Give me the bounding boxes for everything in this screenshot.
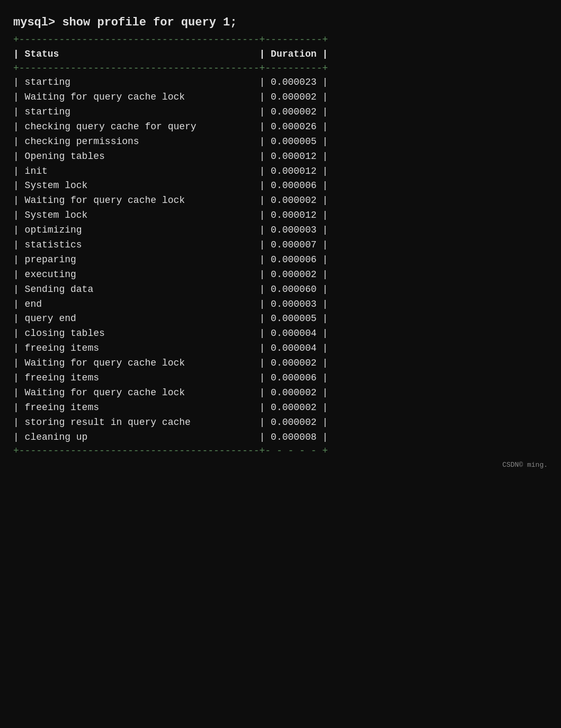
table-row: | Waiting for query cache lock | 0.00000… — [13, 90, 548, 105]
table-row: | preparing | 0.000006 | — [13, 253, 548, 268]
divider-bottom: +---------------------------------------… — [13, 445, 548, 458]
divider-mid: +---------------------------------------… — [13, 62, 548, 75]
table-row: | query end | 0.000005 | — [13, 312, 548, 326]
divider-top: +---------------------------------------… — [13, 33, 548, 47]
table-row: | Waiting for query cache lock | 0.00000… — [13, 386, 548, 401]
table-row: | checking permissions | 0.000005 | — [13, 135, 548, 149]
table-row: | executing | 0.000002 | — [13, 268, 548, 282]
table-row: | Opening tables | 0.000012 | — [13, 149, 548, 164]
table-row: | cleaning up | 0.000008 | — [13, 430, 548, 445]
table-row: | optimizing | 0.000003 | — [13, 223, 548, 238]
table-row: | closing tables | 0.000004 | — [13, 326, 548, 341]
mysql-prompt: mysql> show profile for query 1; — [13, 16, 548, 29]
table-row: | System lock | 0.000006 | — [13, 179, 548, 193]
table-row: | Sending data | 0.000060 | — [13, 282, 548, 297]
table-row: | freeing items | 0.000004 | — [13, 341, 548, 356]
table-row: | starting | 0.000002 | — [13, 105, 548, 120]
table-row: | starting | 0.000023 | — [13, 75, 548, 90]
table-row: | storing result in query cache | 0.0000… — [13, 415, 548, 430]
table-row: | init | 0.000012 | — [13, 164, 548, 179]
table-row: | freeing items | 0.000002 | — [13, 401, 548, 415]
terminal-window: mysql> show profile for query 1; +------… — [11, 11, 550, 474]
table-header: | Status | Duration | — [13, 47, 548, 62]
table-row: | Waiting for query cache lock | 0.00000… — [13, 193, 548, 208]
table-row: | Waiting for query cache lock | 0.00000… — [13, 356, 548, 371]
table-row: | checking query cache for query | 0.000… — [13, 120, 548, 135]
table-row: | System lock | 0.000012 | — [13, 208, 548, 223]
table-body: | starting | 0.000023 || Waiting for que… — [13, 75, 548, 445]
watermark: CSDN© ming. — [13, 461, 548, 469]
table-row: | statistics | 0.000007 | — [13, 238, 548, 253]
table-row: | freeing items | 0.000006 | — [13, 371, 548, 386]
table-row: | end | 0.000003 | — [13, 297, 548, 312]
